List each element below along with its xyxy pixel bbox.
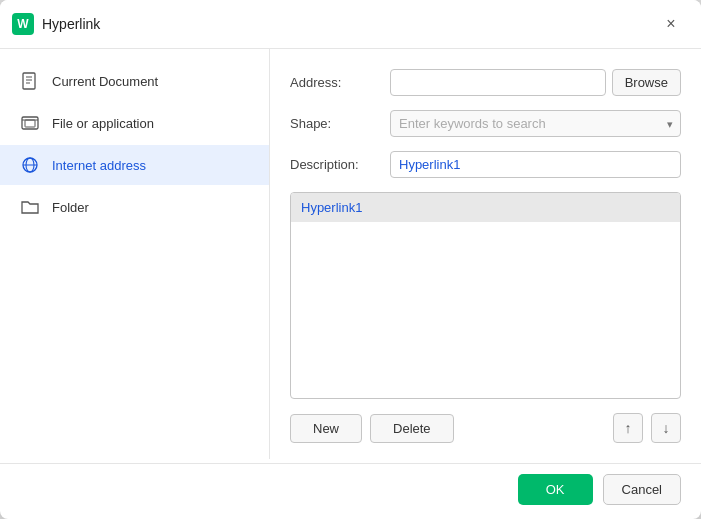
internet-address-icon: [20, 155, 40, 175]
description-label: Description:: [290, 157, 380, 172]
svg-rect-0: [23, 73, 35, 89]
sidebar-item-label-file-or-application: File or application: [52, 116, 154, 131]
move-down-button[interactable]: ↓: [651, 413, 681, 443]
shape-label: Shape:: [290, 116, 380, 131]
browse-button[interactable]: Browse: [612, 69, 681, 96]
cancel-button[interactable]: Cancel: [603, 474, 681, 505]
current-document-icon: [20, 71, 40, 91]
sidebar-item-label-internet-address: Internet address: [52, 158, 146, 173]
description-row: Description:: [290, 151, 681, 178]
close-button[interactable]: ×: [657, 10, 685, 38]
action-row: New Delete ↑ ↓: [290, 413, 681, 443]
folder-icon: [20, 197, 40, 217]
links-list: Hyperlink1: [290, 192, 681, 399]
shape-row: Shape: Enter keywords to search ▾: [290, 110, 681, 137]
dialog-body: Current Document File or application: [0, 49, 701, 459]
ok-button[interactable]: OK: [518, 474, 593, 505]
app-logo: W: [12, 13, 34, 35]
sidebar-item-internet-address[interactable]: Internet address: [0, 145, 269, 185]
svg-rect-5: [25, 120, 35, 127]
list-item[interactable]: Hyperlink1: [291, 193, 680, 222]
description-input[interactable]: [390, 151, 681, 178]
dialog-footer: OK Cancel: [0, 463, 701, 519]
sidebar-item-current-document[interactable]: Current Document: [0, 61, 269, 101]
new-button[interactable]: New: [290, 414, 362, 443]
sidebar-item-file-or-application[interactable]: File or application: [0, 103, 269, 143]
shape-select[interactable]: Enter keywords to search: [390, 110, 681, 137]
sidebar: Current Document File or application: [0, 49, 270, 459]
address-label: Address:: [290, 75, 380, 90]
address-row: Address: Browse: [290, 69, 681, 96]
sidebar-item-label-folder: Folder: [52, 200, 89, 215]
address-input[interactable]: [390, 69, 606, 96]
main-content: Address: Browse Shape: Enter keywords to…: [270, 49, 701, 459]
move-up-button[interactable]: ↑: [613, 413, 643, 443]
hyperlink-dialog: W Hyperlink × Current Document: [0, 0, 701, 519]
delete-button[interactable]: Delete: [370, 414, 454, 443]
sidebar-item-label-current-document: Current Document: [52, 74, 158, 89]
file-application-icon: [20, 113, 40, 133]
title-bar: W Hyperlink ×: [0, 0, 701, 49]
dialog-title: Hyperlink: [42, 16, 100, 32]
shape-select-wrap: Enter keywords to search ▾: [390, 110, 681, 137]
title-bar-left: W Hyperlink: [12, 13, 100, 35]
address-input-wrap: Browse: [390, 69, 681, 96]
sidebar-item-folder[interactable]: Folder: [0, 187, 269, 227]
